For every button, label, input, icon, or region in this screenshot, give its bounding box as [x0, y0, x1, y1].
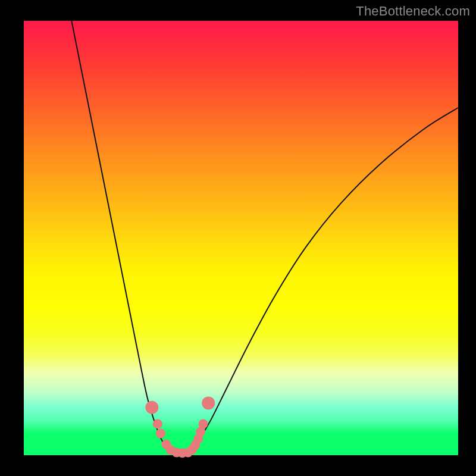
watermark-text: TheBottleneck.com: [356, 4, 470, 19]
highlight-marker: [156, 429, 165, 439]
highlight-marker: [202, 396, 215, 409]
highlight-marker: [145, 401, 158, 414]
curve-svg: [24, 21, 458, 455]
marker-group: [145, 396, 215, 458]
highlight-marker: [198, 419, 208, 428]
right-branch-path: [189, 108, 458, 453]
plot-area: [24, 21, 458, 455]
chart-container: TheBottleneck.com: [0, 0, 476, 476]
highlight-marker: [153, 419, 162, 428]
left-branch-path: [71, 21, 171, 453]
